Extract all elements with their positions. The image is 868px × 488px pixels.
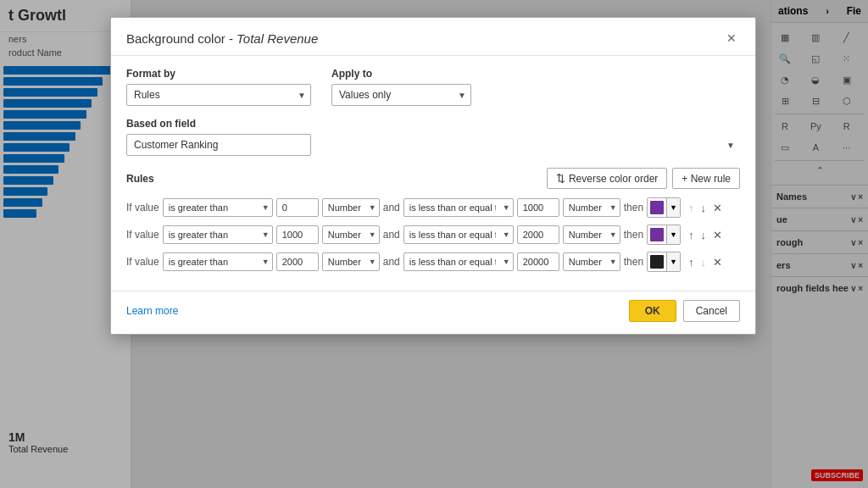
apply-to-select[interactable]: Values only xyxy=(331,84,471,106)
footer-buttons: OK Cancel xyxy=(629,300,740,322)
rule-actions-0: ↑↓✕ xyxy=(686,201,725,215)
condition2-select-1[interactable]: is greater thanis less thanis greater th… xyxy=(403,225,514,244)
based-on-arrow-icon: ▼ xyxy=(726,141,735,150)
reverse-color-label: Reverse color order xyxy=(569,173,658,185)
then-label-0: then xyxy=(624,202,643,214)
and-label-2: and xyxy=(383,256,400,268)
sort-icon: ⇅ xyxy=(556,172,565,185)
color-box-0[interactable] xyxy=(648,198,666,217)
move-up-button-0[interactable]: ↑ xyxy=(686,201,697,215)
condition1-select-0[interactable]: is greater thanis less thanis greater th… xyxy=(163,198,273,217)
rules-actions: ⇅ Reverse color order + New rule xyxy=(547,168,740,189)
and-label-0: and xyxy=(383,202,400,214)
value2-input-1[interactable] xyxy=(517,225,559,244)
modal-title: Background color - Total Revenue xyxy=(126,31,318,46)
learn-more-link[interactable]: Learn more xyxy=(126,305,178,317)
rule-actions-2: ↑↓✕ xyxy=(686,255,725,269)
move-down-button-1[interactable]: ↓ xyxy=(698,228,709,242)
type1-select-0[interactable]: NumberPercentPercentile xyxy=(322,198,380,217)
format-by-label: Format by xyxy=(126,68,311,80)
color-button-wrapper-2: ▼ xyxy=(647,252,681,272)
if-label-1: If value xyxy=(126,229,159,241)
rule-rows-container: If valueis greater thanis less thanis gr… xyxy=(126,197,740,272)
modal-title-text: Background color - xyxy=(126,31,236,46)
move-up-button-2[interactable]: ↑ xyxy=(686,255,697,269)
type1-select-2[interactable]: NumberPercentPercentile xyxy=(322,252,380,271)
apply-to-select-wrapper: Values only ▼ xyxy=(331,84,471,106)
delete-rule-button-0[interactable]: ✕ xyxy=(710,201,725,215)
based-on-group: Based on field Customer Ranking ▼ xyxy=(126,118,740,156)
value2-input-2[interactable] xyxy=(517,252,559,271)
condition1-select-2[interactable]: is greater thanis less thanis greater th… xyxy=(163,252,273,271)
value1-input-1[interactable] xyxy=(276,225,319,244)
modal-close-button[interactable]: ✕ xyxy=(723,30,740,47)
move-down-button-2[interactable]: ↓ xyxy=(698,255,709,269)
cancel-button[interactable]: Cancel xyxy=(683,300,740,322)
and-label-1: and xyxy=(383,229,400,241)
color-dropdown-button-1[interactable]: ▼ xyxy=(666,225,680,244)
rule-row-1: If valueis greater thanis less thanis gr… xyxy=(126,225,740,245)
color-dropdown-button-0[interactable]: ▼ xyxy=(666,198,680,217)
color-dropdown-button-2[interactable]: ▼ xyxy=(666,252,680,271)
based-on-select[interactable]: Customer Ranking xyxy=(126,134,311,156)
value2-input-0[interactable] xyxy=(517,198,559,217)
rule-row-2: If valueis greater thanis less thanis gr… xyxy=(126,252,740,272)
reverse-color-order-button[interactable]: ⇅ Reverse color order xyxy=(547,168,667,189)
rules-header: Rules ⇅ Reverse color order + New rule xyxy=(126,168,740,189)
delete-rule-button-1[interactable]: ✕ xyxy=(710,228,725,242)
type2-select-2[interactable]: NumberPercentPercentile xyxy=(563,252,620,271)
modal-body: Format by Rules ▼ Apply to Values only ▼ xyxy=(111,56,755,291)
value1-input-2[interactable] xyxy=(276,252,319,271)
move-up-button-1[interactable]: ↑ xyxy=(686,228,697,242)
type1-select-1[interactable]: NumberPercentPercentile xyxy=(322,225,380,244)
delete-rule-button-2[interactable]: ✕ xyxy=(710,255,725,269)
apply-to-label: Apply to xyxy=(331,68,471,80)
modal-dialog: Background color - Total Revenue ✕ Forma… xyxy=(110,17,756,335)
rule-actions-1: ↑↓✕ xyxy=(686,228,725,242)
rule-row-0: If valueis greater thanis less thanis gr… xyxy=(126,197,740,218)
if-label-2: If value xyxy=(126,256,159,268)
type2-select-1[interactable]: NumberPercentPercentile xyxy=(563,225,620,244)
apply-to-group: Apply to Values only ▼ xyxy=(331,68,471,106)
format-by-select-wrapper: Rules ▼ xyxy=(126,84,311,106)
rules-label: Rules xyxy=(126,173,154,185)
color-button-wrapper-0: ▼ xyxy=(647,197,681,218)
new-rule-label: + New rule xyxy=(682,173,731,185)
move-down-button-0[interactable]: ↓ xyxy=(698,201,709,215)
condition1-select-1[interactable]: is greater thanis less thanis greater th… xyxy=(163,225,273,244)
value1-input-0[interactable] xyxy=(276,198,319,217)
modal-footer: Learn more OK Cancel xyxy=(111,291,755,334)
condition2-select-2[interactable]: is greater thanis less thanis greater th… xyxy=(403,252,514,271)
format-apply-row: Format by Rules ▼ Apply to Values only ▼ xyxy=(126,68,740,106)
condition2-select-0[interactable]: is greater thanis less thanis greater th… xyxy=(403,198,514,217)
format-by-select[interactable]: Rules xyxy=(126,84,311,106)
type2-select-0[interactable]: NumberPercentPercentile xyxy=(563,198,620,217)
modal-title-italic: Total Revenue xyxy=(236,31,318,46)
modal-header: Background color - Total Revenue ✕ xyxy=(111,18,755,56)
color-button-wrapper-1: ▼ xyxy=(647,225,681,245)
then-label-1: then xyxy=(624,229,643,241)
format-by-group: Format by Rules ▼ xyxy=(126,68,311,106)
based-on-label: Based on field xyxy=(126,118,740,130)
color-box-2[interactable] xyxy=(648,252,666,271)
based-on-select-wrapper: Customer Ranking ▼ xyxy=(126,134,740,156)
ok-button[interactable]: OK xyxy=(629,300,676,322)
then-label-2: then xyxy=(624,256,643,268)
color-box-1[interactable] xyxy=(648,225,666,244)
if-label-0: If value xyxy=(126,202,159,214)
new-rule-button[interactable]: + New rule xyxy=(672,168,740,189)
